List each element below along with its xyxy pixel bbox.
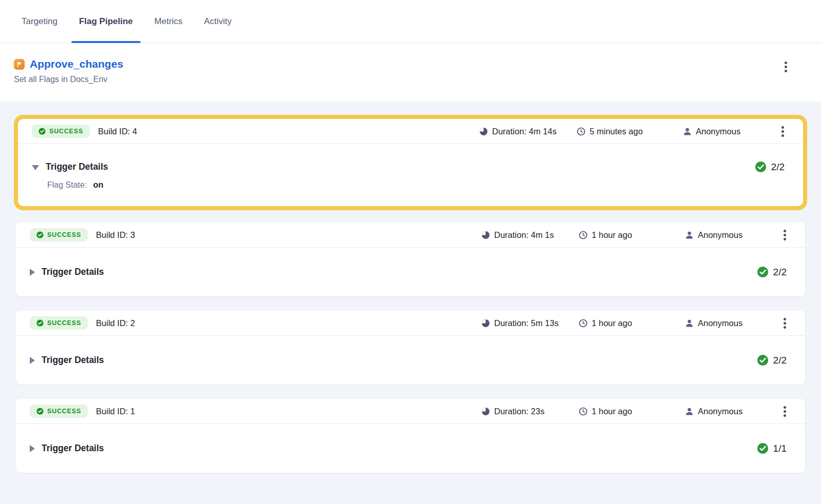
- timestamp-label: 1 hour ago: [592, 230, 632, 240]
- timestamp-label: 1 hour ago: [592, 318, 632, 328]
- stage-count: 2/2: [757, 266, 787, 278]
- page-title[interactable]: Approve_changes: [30, 58, 123, 70]
- duration-label: Duration: 4m 14s: [492, 127, 557, 136]
- status-badge: SUCCESS: [30, 228, 88, 241]
- build-id-label: Build ID: 3: [96, 230, 481, 240]
- status-badge-label: SUCCESS: [47, 231, 81, 238]
- clock-icon: [577, 127, 585, 136]
- status-badge-label: SUCCESS: [47, 408, 81, 415]
- build-id-label: Build ID: 2: [96, 318, 481, 328]
- status-badge: SUCCESS: [32, 125, 90, 138]
- pie-clock-icon: [481, 407, 490, 416]
- check-circle-icon: [757, 354, 769, 366]
- person-icon: [685, 407, 694, 416]
- execution-card-build-4: SUCCESS Build ID: 4 Duration: 4m 14s 5 m: [18, 119, 803, 206]
- tab-targeting[interactable]: Targeting: [21, 0, 58, 43]
- pie-clock-icon: [479, 127, 488, 136]
- flag-state-row: Flag State: on: [47, 180, 785, 190]
- duration-meta: Duration: 4m 1s: [481, 230, 579, 240]
- page-subtitle: Set all Flags in Docs_Env: [14, 75, 806, 84]
- timestamp-label: 5 minutes ago: [590, 127, 643, 136]
- tab-bar: Targeting Flag Pipeline Metrics Activity: [0, 0, 821, 43]
- execution-card-build-1: SUCCESS Build ID: 1 Duration: 23s 1 hour…: [16, 399, 805, 473]
- kebab-menu-icon[interactable]: [774, 123, 791, 139]
- chevron-right-icon[interactable]: [30, 445, 35, 452]
- execution-card-build-2: SUCCESS Build ID: 2 Duration: 5m 13s 1 h…: [16, 311, 805, 385]
- person-icon: [683, 127, 692, 136]
- top-panel: Targeting Flag Pipeline Metrics Activity…: [0, 0, 821, 102]
- person-icon: [685, 319, 694, 328]
- kebab-menu-icon[interactable]: [776, 403, 793, 419]
- feature-flag-icon: [14, 59, 25, 70]
- timestamp-meta: 1 hour ago: [579, 318, 685, 328]
- duration-meta: Duration: 4m 14s: [479, 127, 577, 136]
- execution-header: SUCCESS Build ID: 2 Duration: 5m 13s 1 h…: [16, 311, 805, 336]
- highlighted-execution-ring: SUCCESS Build ID: 4 Duration: 4m 14s 5 m: [14, 115, 807, 210]
- status-badge: SUCCESS: [30, 316, 88, 330]
- duration-label: Duration: 5m 13s: [494, 318, 559, 328]
- trigger-details-toggle[interactable]: Trigger Details: [42, 443, 104, 454]
- clock-icon: [579, 319, 588, 328]
- check-circle-icon: [36, 231, 44, 238]
- user-label: Anonymous: [698, 318, 742, 328]
- flag-state-label: Flag State:: [47, 180, 87, 190]
- check-circle-icon: [38, 128, 46, 135]
- pie-clock-icon: [481, 231, 490, 239]
- kebab-menu-icon[interactable]: [777, 58, 794, 75]
- execution-header: SUCCESS Build ID: 3 Duration: 4m 1s 1 ho…: [16, 223, 805, 248]
- trigger-details-toggle[interactable]: Trigger Details: [42, 355, 104, 366]
- trigger-details-section: Trigger Details 2/2: [16, 248, 805, 296]
- stage-count: 1/1: [757, 442, 787, 454]
- timestamp-meta: 5 minutes ago: [577, 127, 683, 136]
- execution-header: SUCCESS Build ID: 1 Duration: 23s 1 hour…: [16, 399, 805, 424]
- tab-flag-pipeline[interactable]: Flag Pipeline: [78, 0, 134, 43]
- chevron-right-icon[interactable]: [30, 357, 35, 364]
- status-badge: SUCCESS: [30, 405, 88, 418]
- pie-clock-icon: [481, 319, 490, 328]
- trigger-details-section: Trigger Details 2/2: [16, 336, 805, 385]
- build-id-label: Build ID: 1: [96, 407, 481, 416]
- stage-count-label: 2/2: [771, 162, 785, 173]
- chevron-down-icon[interactable]: [32, 165, 39, 170]
- timestamp-meta: 1 hour ago: [579, 407, 685, 416]
- check-circle-icon: [757, 442, 769, 454]
- status-badge-label: SUCCESS: [47, 319, 81, 327]
- pipeline-executions-list: SUCCESS Build ID: 4 Duration: 4m 14s 5 m: [0, 102, 821, 504]
- check-circle-icon: [36, 319, 44, 327]
- check-circle-icon: [757, 266, 769, 278]
- timestamp-meta: 1 hour ago: [579, 230, 685, 240]
- chevron-right-icon[interactable]: [30, 269, 35, 276]
- trigger-details-section: Trigger Details 1/1: [16, 424, 805, 473]
- tab-metrics[interactable]: Metrics: [153, 0, 184, 43]
- tab-activity[interactable]: Activity: [203, 0, 233, 43]
- execution-card-build-3: SUCCESS Build ID: 3 Duration: 4m 1s 1 ho…: [16, 223, 805, 296]
- duration-meta: Duration: 23s: [481, 407, 579, 416]
- kebab-menu-icon[interactable]: [776, 227, 793, 243]
- stage-count-label: 1/1: [773, 443, 787, 454]
- duration-label: Duration: 23s: [494, 407, 544, 416]
- execution-header: SUCCESS Build ID: 4 Duration: 4m 14s 5 m: [18, 119, 803, 144]
- stage-count-label: 2/2: [773, 267, 787, 278]
- flag-state-value: on: [93, 180, 103, 190]
- user-meta: Anonymous: [683, 127, 774, 136]
- stage-count-label: 2/2: [773, 355, 787, 366]
- user-meta: Anonymous: [685, 318, 776, 328]
- kebab-menu-icon[interactable]: [776, 315, 793, 331]
- status-badge-label: SUCCESS: [49, 128, 83, 135]
- stage-count: 2/2: [757, 354, 787, 366]
- trigger-details-toggle[interactable]: Trigger Details: [42, 267, 104, 277]
- build-id-label: Build ID: 4: [98, 127, 479, 136]
- check-circle-icon: [36, 408, 44, 415]
- duration-meta: Duration: 5m 13s: [481, 318, 579, 328]
- clock-icon: [579, 407, 588, 416]
- user-meta: Anonymous: [685, 407, 776, 416]
- person-icon: [685, 231, 694, 239]
- trigger-details-toggle[interactable]: Trigger Details: [46, 162, 108, 172]
- trigger-details-section: Trigger Details 2/2 Flag State: on: [18, 144, 803, 206]
- user-label: Anonymous: [698, 230, 742, 240]
- user-label: Anonymous: [696, 127, 740, 136]
- user-label: Anonymous: [698, 407, 742, 416]
- page-header: Approve_changes Set all Flags in Docs_En…: [0, 43, 821, 102]
- user-meta: Anonymous: [685, 230, 776, 240]
- duration-label: Duration: 4m 1s: [494, 230, 554, 240]
